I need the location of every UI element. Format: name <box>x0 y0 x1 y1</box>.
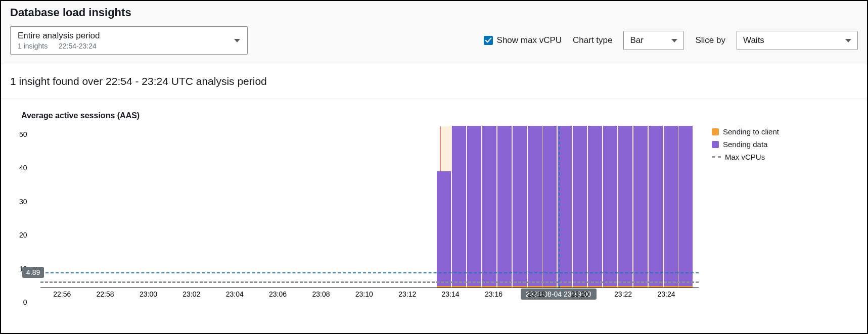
cursor-line <box>559 126 560 288</box>
x-axis: 2023-08-04 23:19:00 22:5622:5823:0023:02… <box>40 288 699 302</box>
period-main-label: Entire analysis period <box>18 31 106 41</box>
bar[interactable] <box>437 171 451 288</box>
max-vcpu-line <box>40 281 699 283</box>
period-range: 22:54-23:24 <box>59 42 97 50</box>
bar[interactable] <box>482 126 496 288</box>
bar[interactable] <box>467 126 481 288</box>
period-insights-count: 1 insights <box>18 42 48 50</box>
chevron-down-icon <box>845 39 851 42</box>
bar[interactable] <box>618 126 632 288</box>
chevron-down-icon <box>671 39 677 42</box>
legend-label: Sending to client <box>723 127 779 136</box>
slice-by-select[interactable]: Waits <box>737 31 858 50</box>
chart-type-value: Bar <box>630 35 643 45</box>
x-tick: 23:20 <box>571 290 589 298</box>
bar[interactable] <box>497 126 512 288</box>
bar[interactable] <box>513 126 527 288</box>
x-tick: 23:04 <box>226 290 244 298</box>
legend-item[interactable]: Sending to client <box>712 127 779 136</box>
show-max-vcpu-label: Show max vCPU <box>497 35 562 45</box>
legend-label: Max vCPUs <box>725 153 765 161</box>
bar[interactable] <box>588 126 602 288</box>
x-tick: 23:06 <box>269 290 287 298</box>
x-tick: 23:02 <box>182 290 200 298</box>
x-tick: 23:00 <box>140 290 157 298</box>
bar[interactable] <box>664 126 678 288</box>
x-tick: 23:14 <box>442 290 460 298</box>
bar[interactable] <box>528 126 542 288</box>
legend-label: Sending data <box>723 140 767 149</box>
chevron-down-icon <box>234 39 240 42</box>
bar[interactable] <box>452 126 466 288</box>
x-tick: 23:18 <box>528 290 545 298</box>
x-tick: 22:58 <box>97 290 114 298</box>
y-tick: 40 <box>19 164 27 172</box>
x-tick: 23:16 <box>485 290 502 298</box>
slice-by-value: Waits <box>743 35 764 45</box>
swatch-icon <box>712 141 719 148</box>
slice-by-label: Slice by <box>695 35 725 45</box>
chart-title: Average active sessions (AAS) <box>21 111 858 120</box>
checkbox-checked-icon <box>484 36 493 45</box>
avg-line <box>40 272 699 273</box>
avg-badge: 4.89 <box>22 267 44 278</box>
x-tick: 23:10 <box>355 290 373 298</box>
x-tick: 22:56 <box>53 290 71 298</box>
show-max-vcpu-checkbox[interactable]: Show max vCPU <box>484 35 562 45</box>
x-tick: 23:22 <box>614 290 632 298</box>
y-tick: 20 <box>19 231 27 239</box>
y-tick: 30 <box>19 198 27 206</box>
x-tick: 23:08 <box>312 290 330 298</box>
chart-legend: Sending to client Sending data Max vCPUs <box>712 126 779 165</box>
bar[interactable] <box>573 126 587 288</box>
bar[interactable] <box>678 126 693 288</box>
legend-item[interactable]: Sending data <box>712 140 779 149</box>
swatch-icon <box>712 128 719 135</box>
bar[interactable] <box>603 126 617 288</box>
page-title: Database load insights <box>10 6 858 19</box>
bar[interactable] <box>558 126 572 288</box>
y-tick: 0 <box>23 298 27 306</box>
insight-summary: 1 insight found over 22:54 - 23:24 UTC a… <box>1 64 867 99</box>
legend-item[interactable]: Max vCPUs <box>712 153 779 161</box>
bar[interactable] <box>649 126 663 288</box>
chart-type-label: Chart type <box>573 35 612 45</box>
swatch-icon <box>712 156 721 158</box>
chart-type-select[interactable]: Bar <box>623 31 684 50</box>
period-select[interactable]: Entire analysis period 1 insights 22:54-… <box>10 26 248 55</box>
chart-plot-area[interactable]: 4.89 <box>40 126 699 288</box>
x-tick: 23:24 <box>657 290 675 298</box>
bar[interactable] <box>542 126 557 288</box>
x-tick: 23:12 <box>398 290 416 298</box>
bar[interactable] <box>633 126 648 288</box>
y-tick: 50 <box>19 130 27 138</box>
